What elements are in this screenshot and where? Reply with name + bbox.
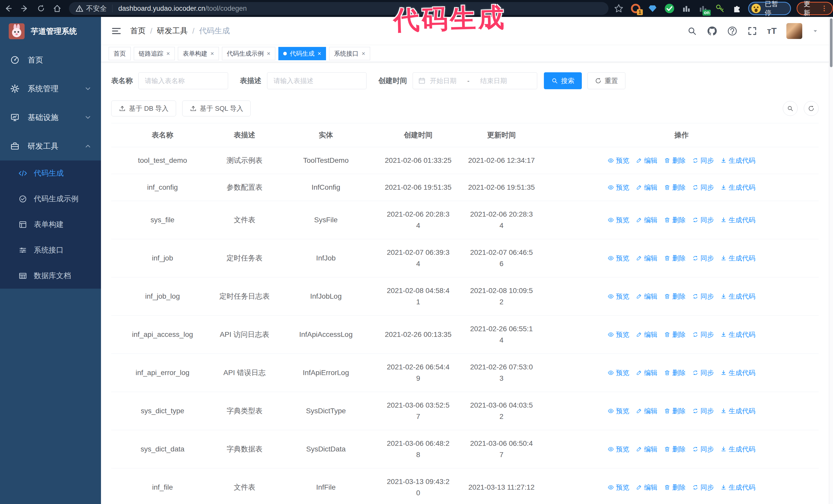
breadcrumb-home[interactable]: 首页 [130,26,146,36]
page-scrollbar[interactable] [829,17,833,504]
kebab-menu-icon[interactable] [820,5,828,12]
breadcrumb-group[interactable]: 研发工具 [157,26,188,36]
generate-code-link[interactable]: 生成代码 [720,482,755,493]
extension-key-icon[interactable] [714,3,725,14]
sidebar-item-form-builder[interactable]: 表单构建 [0,212,101,237]
preview-link[interactable]: 预览 [608,405,629,416]
preview-link[interactable]: 预览 [608,291,629,302]
refresh-table-button[interactable] [804,101,819,116]
delete-link[interactable]: 删除 [664,329,686,340]
bookmark-star-icon[interactable] [613,3,624,14]
delete-link[interactable]: 删除 [664,291,686,302]
generate-code-link[interactable]: 生成代码 [720,443,755,455]
help-icon[interactable] [727,26,737,36]
edit-link[interactable]: 编辑 [636,182,658,193]
sync-link[interactable]: 同步 [692,214,714,225]
avatar[interactable] [786,23,802,39]
extension-gem-icon[interactable] [647,3,658,14]
generate-code-link[interactable]: 生成代码 [720,367,755,378]
fullscreen-icon[interactable] [747,26,757,36]
delete-link[interactable]: 删除 [664,155,686,166]
sync-link[interactable]: 同步 [692,329,714,340]
sync-link[interactable]: 同步 [692,443,714,455]
caret-down-icon[interactable] [812,28,819,34]
tab-home[interactable]: 首页 [109,47,131,60]
edit-link[interactable]: 编辑 [636,482,658,493]
preview-link[interactable]: 预览 [608,329,629,340]
sync-link[interactable]: 同步 [692,182,714,193]
sync-link[interactable]: 同步 [692,482,714,493]
browser-home-button[interactable] [49,0,66,17]
tab-form-builder[interactable]: 表单构建× [178,47,219,60]
extension-stats-icon[interactable] [681,3,692,14]
generate-code-link[interactable]: 生成代码 [720,405,755,416]
generate-code-link[interactable]: 生成代码 [720,214,755,225]
sidebar-item-codegen-example[interactable]: 代码生成示例 [0,186,101,212]
tab-tracing[interactable]: 链路追踪× [134,47,175,60]
generate-code-link[interactable]: 生成代码 [720,291,755,302]
close-icon[interactable]: × [267,50,270,57]
search-button[interactable]: 搜索 [544,72,582,89]
tab-codegen[interactable]: 代码生成× [278,47,326,60]
sync-link[interactable]: 同步 [692,253,714,264]
generate-code-link[interactable]: 生成代码 [720,329,755,340]
extension-colab-icon[interactable]: 1 [630,3,641,14]
preview-link[interactable]: 预览 [608,443,629,455]
sync-link[interactable]: 同步 [692,367,714,378]
sidebar-item-devtools[interactable]: 研发工具 [0,132,101,161]
github-icon[interactable] [707,26,717,37]
generate-code-link[interactable]: 生成代码 [720,155,755,166]
close-icon[interactable]: × [362,50,365,57]
tab-system-api[interactable]: 系统接口× [329,47,370,60]
preview-link[interactable]: 预览 [608,214,629,225]
sidebar-item-system[interactable]: 系统管理 [0,74,101,103]
reset-button[interactable]: 重置 [588,72,625,89]
extensions-puzzle-icon[interactable] [731,3,742,14]
extension-check-icon[interactable] [664,3,675,14]
browser-update-button[interactable]: 更新 [796,2,833,15]
sync-link[interactable]: 同步 [692,291,714,302]
edit-link[interactable]: 编辑 [636,329,658,340]
preview-link[interactable]: 预览 [608,182,629,193]
sync-link[interactable]: 同步 [692,405,714,416]
preview-link[interactable]: 预览 [608,367,629,378]
edit-link[interactable]: 编辑 [636,443,658,455]
delete-link[interactable]: 删除 [664,182,686,193]
table-desc-input[interactable] [267,72,366,89]
date-range-picker[interactable]: 开始日期 - 结束日期 [413,72,537,89]
font-size-icon[interactable]: ᴛT [767,26,777,36]
delete-link[interactable]: 删除 [664,367,686,378]
address-bar[interactable]: 不安全 dashboard.yudao.iocoder.cn/tool/code… [69,2,609,15]
close-icon[interactable]: × [210,50,214,57]
table-name-input[interactable] [138,72,228,89]
search-icon[interactable] [687,26,697,36]
generate-code-link[interactable]: 生成代码 [720,253,755,264]
scrollbar-thumb[interactable] [830,19,832,67]
delete-link[interactable]: 删除 [664,214,686,225]
sidebar-logo[interactable]: 芋道管理系统 [0,17,101,46]
delete-link[interactable]: 删除 [664,482,686,493]
edit-link[interactable]: 编辑 [636,214,658,225]
edit-link[interactable]: 编辑 [636,155,658,166]
extension-on-icon[interactable]: on [698,3,709,14]
sidebar-item-codegen[interactable]: 代码生成 [0,161,101,186]
delete-link[interactable]: 删除 [664,443,686,455]
edit-link[interactable]: 编辑 [636,253,658,264]
sync-link[interactable]: 同步 [692,155,714,166]
browser-back-button[interactable] [0,0,17,17]
preview-link[interactable]: 预览 [608,482,629,493]
sidebar-item-system-api[interactable]: 系统接口 [0,237,101,263]
delete-link[interactable]: 删除 [664,253,686,264]
hamburger-icon[interactable] [111,26,121,36]
browser-forward-button[interactable] [17,0,33,17]
close-icon[interactable]: × [317,50,321,57]
preview-link[interactable]: 预览 [608,253,629,264]
edit-link[interactable]: 编辑 [636,291,658,302]
tab-codegen-example[interactable]: 代码生成示例× [222,47,275,60]
sql-import-button[interactable]: 基于 SQL 导入 [182,100,251,116]
generate-code-link[interactable]: 生成代码 [720,182,755,193]
browser-reload-button[interactable] [33,0,49,17]
delete-link[interactable]: 删除 [664,405,686,416]
sidebar-item-db-doc[interactable]: 数据库文档 [0,263,101,289]
preview-link[interactable]: 预览 [608,155,629,166]
